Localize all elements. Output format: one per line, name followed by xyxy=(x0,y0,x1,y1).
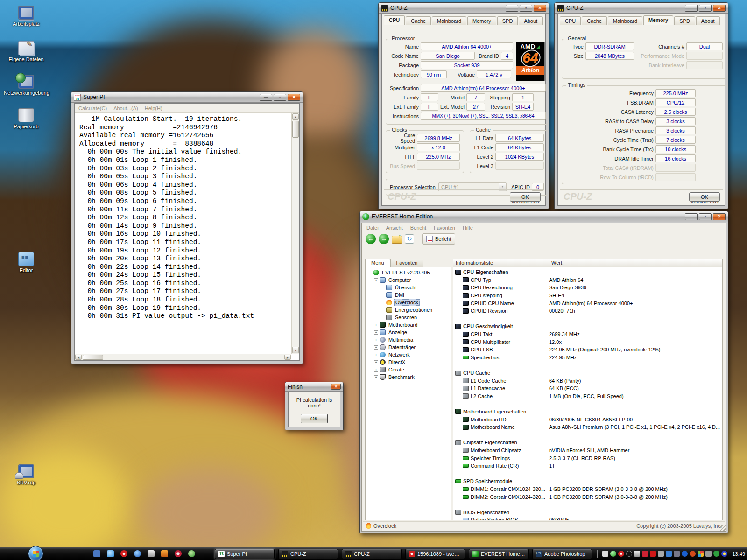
column-header-informationsliste[interactable]: Informationsliste xyxy=(453,259,549,267)
tray-icon-display[interactable] xyxy=(634,551,640,557)
scroll-up-icon[interactable]: ▲ xyxy=(292,113,299,120)
table-row[interactable]: CPU FSB224.95 MHz (Original: 200 MHz, ov… xyxy=(453,346,722,354)
minimize-button[interactable]: — xyxy=(685,5,698,12)
taskbar-button-cpu-z[interactable]: CPU-Z xyxy=(342,549,402,559)
tree-item-benchmark[interactable]: +Benchmark xyxy=(366,373,450,381)
tree-item--bersicht[interactable]: Übersicht xyxy=(366,284,450,291)
tray-icon-wireless[interactable] xyxy=(721,551,727,557)
scroll-thumb[interactable] xyxy=(83,355,103,360)
tree-item-anzeige[interactable]: +Anzeige xyxy=(366,329,450,336)
taskbar-button-adobe-photoshop[interactable]: Adobe Photoshop xyxy=(532,549,592,559)
scroll-left-icon[interactable]: ◄ xyxy=(75,355,82,360)
expand-icon[interactable]: + xyxy=(374,338,378,342)
table-row[interactable]: Motherboard NameAsus A8N-SLI Premium (3 … xyxy=(453,423,722,431)
resize-grip[interactable] xyxy=(720,525,726,531)
everest-titlebar[interactable]: i EVEREST Home Edition — ▫ ✕ xyxy=(360,211,728,222)
taskbar-button-1596-1089-tweaker-[interactable]: 1596:1089 - tweaker... xyxy=(405,549,465,559)
close-button[interactable]: ✕ xyxy=(713,213,726,220)
window-icon[interactable] xyxy=(93,550,100,557)
ok-button[interactable]: OK xyxy=(510,192,541,202)
tab-cpu[interactable]: CPU xyxy=(384,15,405,25)
tray-icon-ati[interactable] xyxy=(650,551,656,557)
cpuz-titlebar[interactable]: CPU-Z — ▫ ✕ xyxy=(379,3,549,14)
close-button[interactable]: ✕ xyxy=(534,5,546,12)
menu-item-ansicht[interactable]: Ansicht xyxy=(386,225,403,231)
tab-memory[interactable]: Memory xyxy=(467,16,496,25)
table-row[interactable]: L2 Cache1 MB (On-Die, ECC, Full-Speed) xyxy=(453,392,722,400)
tab-mainboard[interactable]: Mainboard xyxy=(608,16,642,25)
table-row[interactable]: CPU steppingSH-E4 xyxy=(453,292,722,300)
desktop-icon-arbeitsplatz[interactable]: Arbeitsplatz xyxy=(4,6,49,27)
tab-about[interactable]: About xyxy=(519,16,543,25)
expand-icon[interactable]: + xyxy=(374,368,378,372)
table-row[interactable]: CPU Takt2699.34 MHz xyxy=(453,330,722,338)
taskbar-button-super-pi[interactable]: Super PI xyxy=(215,549,275,559)
table-row[interactable]: L1 Code Cache64 KB (Parity) xyxy=(453,377,722,385)
scroll-down-icon[interactable]: ▼ xyxy=(292,347,299,353)
table-row[interactable]: CPUID Revision00020F71h xyxy=(453,307,722,315)
media-player-icon[interactable] xyxy=(134,550,141,557)
desktop-icon-eigene-dateien[interactable]: Eigene Dateien xyxy=(4,41,49,62)
table-row[interactable]: L1 Datencache64 KB (ECC) xyxy=(453,385,722,392)
close-button[interactable]: ✕ xyxy=(288,94,300,101)
tree-item-directx[interactable]: +DirectX xyxy=(366,358,450,366)
minimize-button[interactable]: — xyxy=(506,5,518,12)
expand-icon[interactable]: + xyxy=(374,345,378,350)
close-button[interactable]: ✕ xyxy=(713,5,726,12)
tree-item-ger-te[interactable]: +Geräte xyxy=(366,366,450,373)
table-row[interactable]: Datum System BIOS06/30/05 xyxy=(453,516,722,520)
app-green-icon[interactable] xyxy=(188,550,195,557)
tree-item-energieoptionen[interactable]: Energieoptionen xyxy=(366,306,450,314)
menu-item-abouta[interactable]: About...(A) xyxy=(113,105,138,111)
tray-grip[interactable] xyxy=(597,550,599,558)
restore-button[interactable]: ▫ xyxy=(699,5,712,12)
desktop-icon-papierkorb[interactable]: Papierkorb xyxy=(4,108,49,129)
table-row[interactable]: CPU-Eigenschaften xyxy=(453,268,722,276)
expand-icon[interactable]: + xyxy=(374,323,378,327)
tray-icon-sound[interactable] xyxy=(658,551,664,557)
tab-spd[interactable]: SPD xyxy=(497,16,518,25)
table-row[interactable]: Motherboard Eigenschaften xyxy=(453,408,722,416)
table-row[interactable]: Motherboard ID06/30/2005-NF-CK804-A8NSLI… xyxy=(453,415,722,423)
table-row[interactable]: Chipsatz Eigenschaften xyxy=(453,439,722,447)
table-row[interactable]: CPU BezeichnungSan Diego S939 xyxy=(453,284,722,292)
table-row[interactable]: CPU Cache xyxy=(453,369,722,377)
tray-icon-opera[interactable] xyxy=(618,551,624,557)
finish-titlebar[interactable]: Finish ✕ xyxy=(285,382,343,392)
tray-icon-user[interactable] xyxy=(642,551,648,557)
tree-item-everest-v2-20-405[interactable]: EVEREST v2.20.405 xyxy=(366,269,450,276)
tab-cache[interactable]: Cache xyxy=(582,16,607,25)
menu-item-helph[interactable]: Help(H) xyxy=(145,105,162,111)
maximize-button[interactable]: ▫ xyxy=(274,94,286,101)
superpi-titlebar[interactable]: Super PI — ▫ ✕ xyxy=(71,92,303,103)
expand-icon[interactable]: + xyxy=(374,330,378,335)
tray-icon-info[interactable] xyxy=(610,551,616,557)
tab-favoriten[interactable]: Favoriten xyxy=(390,259,424,267)
tab-menu[interactable]: Menü xyxy=(365,259,390,267)
up-folder-button[interactable] xyxy=(392,236,402,244)
taskbar-button-everest-home-edition[interactable]: EVEREST Home Edition xyxy=(469,549,529,559)
table-row[interactable]: Speicherbus224.95 MHz xyxy=(453,354,722,362)
tree-item-overclock[interactable]: Overclock xyxy=(366,299,450,306)
restore-button[interactable]: ▫ xyxy=(520,5,532,12)
table-row[interactable]: Motherboard ChipsatznVIDIA nForce4 SLI, … xyxy=(453,447,722,455)
start-button[interactable] xyxy=(28,546,43,560)
tab-about[interactable]: About xyxy=(696,16,720,25)
tray-icon-device[interactable] xyxy=(674,551,680,557)
ok-button[interactable]: OK xyxy=(301,414,328,423)
menu-item-favoriten[interactable]: Favoriten xyxy=(434,225,455,231)
capture-icon[interactable] xyxy=(148,550,155,557)
table-row[interactable]: BIOS Eigenschaften xyxy=(453,508,722,516)
tray-icon-mixer[interactable] xyxy=(705,551,712,557)
expand-icon[interactable]: + xyxy=(374,360,378,364)
scroll-thumb[interactable] xyxy=(292,121,299,138)
report-button[interactable]: Bericht xyxy=(422,233,455,245)
tab-spd[interactable]: SPD xyxy=(674,16,695,25)
column-header-wert[interactable]: Wert xyxy=(549,259,722,267)
table-row[interactable]: DIMM2: Corsair CMX1024-320...1 GB PC3200… xyxy=(453,493,722,501)
refresh-button[interactable]: ↻ xyxy=(405,234,414,244)
tray-icon-network[interactable] xyxy=(666,551,672,557)
desktop-icon-netzwerkumgebung[interactable]: Netzwerkumgebung xyxy=(4,75,49,96)
cpuz-titlebar[interactable]: CPU-Z — ▫ ✕ xyxy=(555,3,728,14)
minimize-button[interactable]: — xyxy=(685,213,698,220)
